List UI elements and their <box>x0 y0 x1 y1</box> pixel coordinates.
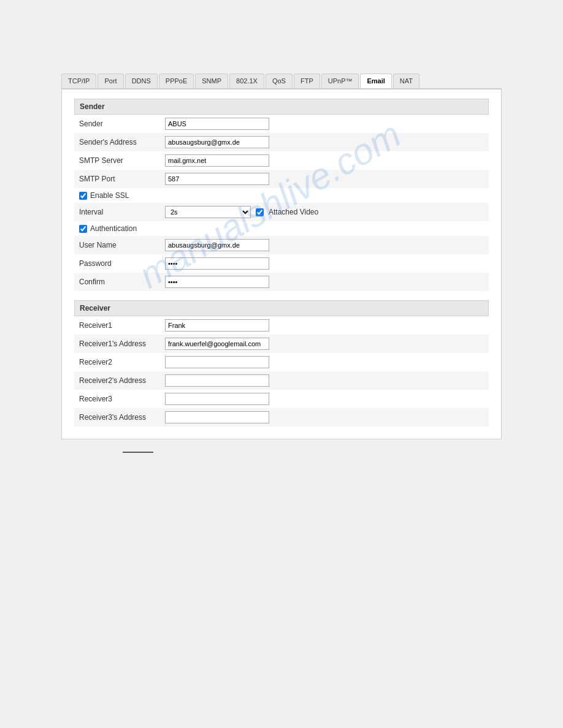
tab-tcpip[interactable]: TCP/IP <box>61 74 96 88</box>
receiver2-input[interactable] <box>165 356 269 368</box>
receiver3-input[interactable] <box>165 393 269 405</box>
sender-input[interactable] <box>165 118 269 130</box>
senders-address-label: Sender's Address <box>74 133 160 151</box>
username-label: User Name <box>74 236 160 254</box>
senders-address-cell <box>160 133 489 151</box>
enable-ssl-checkbox[interactable] <box>79 192 87 200</box>
interval-select[interactable]: 2s 5s 10s 30s 1min <box>165 206 251 218</box>
receiver3-label: Receiver3 <box>74 390 160 408</box>
tab-ftp[interactable]: FTP <box>294 74 320 88</box>
tab-nat[interactable]: NAT <box>393 74 419 88</box>
confirm-cell <box>160 273 489 291</box>
confirm-input[interactable] <box>165 276 269 288</box>
tab-pppoe[interactable]: PPPoE <box>159 74 194 88</box>
main-panel: Sender Sender Sender's Address SMTP Serv <box>61 89 502 439</box>
attached-video-checkbox[interactable] <box>256 208 264 216</box>
section-gap <box>74 291 489 300</box>
receiver3-address-label: Receiver3's Address <box>74 408 160 427</box>
smtp-server-label: SMTP Server <box>74 151 160 170</box>
password-label: Password <box>74 254 160 273</box>
attached-video-label: Attached Video <box>269 208 318 216</box>
enable-ssl-cell: Enable SSL <box>74 188 489 203</box>
receiver2-label: Receiver2 <box>74 353 160 371</box>
smtp-port-label: SMTP Port <box>74 170 160 188</box>
authentication-cell: Authentication <box>74 221 489 236</box>
receiver1-address-cell <box>160 335 489 353</box>
receiver2-cell <box>160 353 489 371</box>
receiver-form: Receiver1 Receiver1's Address Receiver2 <box>74 316 489 427</box>
authentication-label: Authentication <box>90 224 137 233</box>
username-input[interactable] <box>165 239 269 251</box>
tab-snmp[interactable]: SNMP <box>195 74 228 88</box>
receiver3-cell <box>160 390 489 408</box>
enable-ssl-label: Enable SSL <box>90 191 129 200</box>
receiver2-address-label: Receiver2's Address <box>74 371 160 390</box>
username-cell <box>160 236 489 254</box>
smtp-port-input[interactable] <box>165 173 269 185</box>
senders-address-input[interactable] <box>165 136 269 148</box>
tab-bar: TCP/IP Port DDNS PPPoE SNMP 802.1X QoS F… <box>61 74 502 89</box>
receiver2-address-input[interactable] <box>165 374 269 387</box>
receiver2-address-cell <box>160 371 489 390</box>
sender-section-header: Sender <box>74 99 489 115</box>
interval-cell: 2s 5s 10s 30s 1min Attached Video <box>160 203 489 221</box>
confirm-label: Confirm <box>74 273 160 291</box>
receiver1-address-label: Receiver1's Address <box>74 335 160 353</box>
authentication-checkbox[interactable] <box>79 225 87 233</box>
sender-label: Sender <box>74 115 160 133</box>
password-cell <box>160 254 489 273</box>
receiver1-label: Receiver1 <box>74 316 160 335</box>
bottom-line <box>123 452 153 453</box>
smtp-server-cell <box>160 151 489 170</box>
tab-qos[interactable]: QoS <box>266 74 293 88</box>
receiver-section-header: Receiver <box>74 300 489 316</box>
smtp-port-cell <box>160 170 489 188</box>
smtp-server-input[interactable] <box>165 154 269 167</box>
sender-form: Sender Sender's Address SMTP Server <box>74 115 489 291</box>
receiver1-input[interactable] <box>165 319 269 332</box>
receiver1-cell <box>160 316 489 335</box>
tab-upnp[interactable]: UPnP™ <box>321 74 359 88</box>
tab-8021x[interactable]: 802.1X <box>229 74 264 88</box>
receiver3-address-cell <box>160 408 489 427</box>
sender-input-cell <box>160 115 489 133</box>
interval-label: Interval <box>74 203 160 221</box>
receiver3-address-input[interactable] <box>165 411 269 423</box>
receiver1-address-input[interactable] <box>165 338 269 350</box>
password-input[interactable] <box>165 257 269 270</box>
tab-email[interactable]: Email <box>360 74 391 88</box>
tab-ddns[interactable]: DDNS <box>125 74 158 88</box>
tab-port[interactable]: Port <box>98 74 123 88</box>
